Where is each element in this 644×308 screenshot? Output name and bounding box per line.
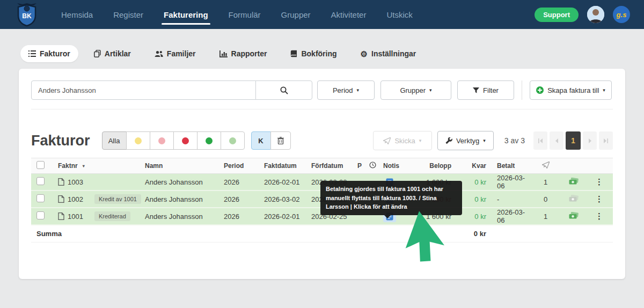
current-page-button[interactable]: 1: [566, 131, 581, 150]
create-invoice-label: Skapa faktura till: [547, 86, 599, 94]
tab-label: Artiklar: [105, 49, 131, 58]
search-input[interactable]: [31, 80, 256, 100]
nav-item-hemsida[interactable]: Hemsida: [61, 0, 93, 29]
invoice-number: 1002: [68, 195, 83, 203]
users-icon: [155, 50, 163, 57]
pdf-file-icon[interactable]: [58, 212, 64, 220]
tab-label: Rapporter: [231, 49, 267, 58]
first-page-button[interactable]: [533, 131, 547, 150]
trash-icon: [277, 137, 284, 144]
sent-count: 0: [531, 195, 560, 203]
skicka-label: Skicka: [394, 137, 415, 145]
row-menu-button[interactable]: ⋮: [595, 211, 603, 221]
money-ticket-icon: [569, 212, 579, 219]
status-filter-group: Alla: [102, 131, 245, 150]
payment-button[interactable]: [560, 212, 587, 221]
filter-button[interactable]: Filter: [457, 80, 514, 100]
kredit-filter-button[interactable]: K: [251, 131, 271, 150]
verktyg-dropdown[interactable]: Verktyg ▾: [437, 131, 494, 150]
list-toolbar: Fakturor Alla K: [31, 131, 613, 150]
last-page-icon: [603, 138, 609, 143]
header-reminder: [366, 162, 379, 170]
divider: [31, 109, 613, 109]
tab-artiklar[interactable]: Artiklar: [86, 45, 139, 62]
invoice-period: 2026: [222, 178, 262, 186]
nav-item-register[interactable]: Register: [113, 0, 143, 29]
grupper-dropdown[interactable]: Grupper ▾: [380, 80, 451, 100]
grupper-label: Grupper: [400, 86, 426, 94]
status-badge: Krediterad: [94, 211, 130, 221]
header-period: Period: [222, 162, 262, 170]
kredit-trash-group: K: [251, 131, 291, 150]
payment-button[interactable]: [560, 178, 587, 187]
support-button[interactable]: Support: [535, 8, 579, 22]
tab-fakturor[interactable]: Fakturor: [20, 45, 78, 62]
search-button[interactable]: [255, 80, 312, 100]
filter-yellow-button[interactable]: [126, 131, 150, 150]
club-logo[interactable]: BK: [15, 2, 39, 27]
nav-item-formular[interactable]: Formulär: [229, 0, 261, 29]
verktyg-label: Verktyg: [456, 137, 479, 145]
select-all-checkbox[interactable]: [36, 161, 45, 169]
row-checkbox[interactable]: [36, 194, 45, 202]
header-namn: Namn: [143, 162, 222, 170]
paid-date: -: [491, 195, 531, 203]
filter-pink-button[interactable]: [150, 131, 174, 150]
create-invoice-dropdown[interactable]: Skapa faktura till ▾: [530, 80, 612, 100]
nav-item-aktiviteter[interactable]: Aktiviteter: [331, 0, 367, 29]
chevron-down-icon: ▾: [603, 88, 605, 93]
period-dropdown[interactable]: Period ▾: [317, 80, 375, 100]
pdf-file-icon[interactable]: [58, 195, 64, 203]
prev-page-button[interactable]: [550, 131, 564, 150]
summary-kvar: 0 kr: [456, 230, 491, 238]
money-ticket-icon: [569, 178, 579, 185]
copy-icon: [94, 50, 101, 57]
divider: [522, 80, 522, 100]
tab-familjer[interactable]: Familjer: [147, 45, 204, 62]
tab-rapporter[interactable]: Rapporter: [211, 45, 275, 62]
nav-item-fakturering[interactable]: Fakturering: [164, 0, 208, 29]
user-avatar[interactable]: [587, 6, 604, 23]
trash-button[interactable]: [270, 131, 291, 150]
nav-item-grupper[interactable]: Grupper: [281, 0, 311, 29]
tab-installningar[interactable]: ⚙ Inställningar: [353, 45, 425, 62]
filter-bar: Period ▾ Grupper ▾ Filter Skapa faktura …: [31, 80, 613, 100]
nav-item-utskick[interactable]: Utskick: [386, 0, 412, 29]
header-forfdatum: Förfdatum: [309, 162, 353, 170]
filter-label: Filter: [483, 86, 499, 94]
filter-green-button[interactable]: [197, 131, 221, 150]
red-dot-icon: [182, 137, 189, 144]
list-icon: [28, 50, 36, 57]
org-logo[interactable]: g.s: [613, 6, 630, 23]
row-menu-button[interactable]: ⋮: [595, 194, 603, 203]
header-sent: [531, 162, 560, 170]
payment-button[interactable]: [560, 195, 587, 204]
module-tabs: Fakturor Artiklar Familjer Rapporter Bok…: [20, 45, 424, 62]
filter-alla-button[interactable]: Alla: [102, 131, 127, 150]
row-menu-button[interactable]: ⋮: [595, 177, 603, 186]
next-page-button[interactable]: [583, 131, 597, 150]
header-faktnr[interactable]: Faktnr ▾: [54, 162, 94, 170]
first-page-icon: [538, 138, 543, 143]
tab-label: Fakturor: [40, 49, 70, 58]
status-badge: Kredit av 1001: [94, 194, 141, 204]
tab-bokforing[interactable]: Bokföring: [282, 45, 345, 62]
sent-count: 1: [531, 178, 560, 186]
paid-date: 2026-03-06: [491, 208, 531, 224]
gear-icon: ⚙: [361, 50, 368, 58]
row-checkbox[interactable]: [36, 211, 45, 219]
last-page-button[interactable]: [599, 131, 613, 150]
mouse-cursor: [398, 206, 457, 267]
skicka-dropdown[interactable]: Skicka ▾: [373, 131, 432, 150]
filter-lightgreen-button[interactable]: [221, 131, 245, 150]
filter-red-button[interactable]: [173, 131, 197, 150]
period-label: Period: [333, 86, 353, 94]
top-navbar: BK Hemsida Register Fakturering Formulär…: [0, 0, 644, 29]
header-notis: Notis: [379, 162, 411, 170]
row-checkbox[interactable]: [36, 177, 45, 185]
pdf-file-icon[interactable]: [58, 178, 64, 186]
tab-label: Bokföring: [301, 49, 336, 58]
invoice-name: Anders Johansson: [143, 212, 222, 221]
invoice-name: Anders Johansson: [143, 178, 222, 186]
lightgreen-dot-icon: [229, 137, 236, 144]
